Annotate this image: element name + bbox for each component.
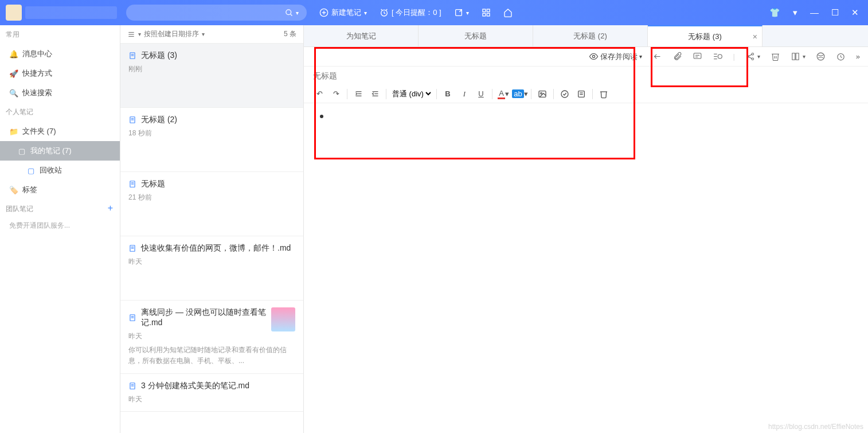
note-list-item[interactable]: 离线同步 — 没网也可以随时查看笔记.md 昨天 你可以利用为知笔记随时随地记录… (120, 301, 303, 374)
avatar[interactable] (6, 5, 22, 21)
home-icon (503, 8, 513, 17)
svg-point-45 (718, 54, 722, 58)
undo-button[interactable]: ↶ (312, 87, 327, 102)
format-toolbar: ↶ ↷ 普通 (div) B I U A▾ ab▾ (304, 85, 868, 103)
underline-button[interactable]: U (474, 87, 488, 102)
encrypt-button[interactable] (816, 52, 826, 61)
highlight-button[interactable]: ab▾ (513, 87, 527, 102)
checklist-button[interactable] (557, 87, 572, 102)
note-title-text: 无标题 (3) (141, 50, 177, 61)
note-title-text: 无标题 (141, 179, 165, 189)
svg-line-8 (381, 9, 382, 10)
screenshot-button[interactable]: ▾ (454, 8, 469, 17)
tag-icon: 🏷️ (9, 186, 18, 194)
outline-button[interactable] (713, 52, 722, 61)
window-controls: 👕 ▾ — ☐ ✕ (769, 7, 859, 18)
reminder-button[interactable] (836, 52, 846, 61)
apps-button[interactable] (482, 8, 491, 17)
note-title-input[interactable] (304, 67, 619, 85)
indent-icon (354, 89, 363, 98)
outdent-button[interactable] (652, 52, 662, 61)
open-team-link[interactable]: 免费开通团队服务... (0, 216, 120, 235)
sidebar-item-recycle[interactable]: ▢ 回收站 (0, 161, 120, 180)
redo-button[interactable]: ↷ (329, 87, 343, 102)
note-toolbar: 保存并阅读 ▾ | ▾ ▾ » (304, 47, 868, 67)
clock-icon (836, 52, 846, 61)
tab[interactable]: 无标题 (2) (533, 25, 648, 46)
comment-button[interactable] (693, 52, 702, 61)
svg-rect-13 (487, 9, 490, 12)
outdent-button[interactable] (367, 87, 382, 102)
note-meta: 21 秒前 (128, 193, 295, 202)
tab-active[interactable]: 无标题 (3)× (648, 25, 763, 46)
svg-line-1 (290, 14, 292, 15)
more-button[interactable]: » (856, 52, 860, 61)
tab[interactable]: 无标题 (419, 25, 533, 46)
document-icon (128, 382, 136, 390)
indent-button[interactable] (351, 87, 366, 102)
sort-dropdown[interactable]: ▾ 按照创建日期排序 ▾ (127, 29, 205, 39)
chevron-down-icon: ▾ (466, 10, 469, 16)
sidebar-item-search[interactable]: 🔍 快速搜索 (0, 83, 120, 103)
book-button[interactable]: ▾ (791, 52, 806, 61)
chevron-down-icon: ▾ (639, 53, 642, 60)
delete-format-button[interactable] (596, 87, 611, 102)
svg-line-54 (840, 57, 842, 57)
svg-rect-15 (487, 13, 490, 16)
sidebar-item-shortcut[interactable]: 🚀 快捷方式 (0, 64, 120, 83)
note-title-text: 无标题 (2) (141, 115, 177, 125)
delete-button[interactable] (771, 52, 780, 61)
save-and-read[interactable]: 保存并阅读 ▾ (589, 52, 642, 62)
search-icon (285, 9, 294, 17)
note-title-text: 快速收集有价值的网页，微博，邮件！.md (141, 243, 291, 253)
sidebar-item-mynotes[interactable]: ▢ 我的笔记 (7) (0, 141, 120, 161)
image-icon (538, 89, 547, 99)
svg-point-51 (817, 53, 824, 60)
image-button[interactable] (535, 87, 550, 102)
svg-point-37 (593, 55, 595, 57)
sidebar-item-tags[interactable]: 🏷️ 标签 (0, 180, 120, 200)
minimize-button[interactable]: — (810, 7, 819, 18)
note-icon (577, 89, 586, 99)
shirt-icon[interactable]: 👕 (769, 7, 780, 18)
sidebar-item-label: 快捷方式 (22, 68, 52, 79)
share-button[interactable]: ▾ (745, 52, 760, 61)
sidebar-group-team: 团队笔记 (0, 200, 39, 216)
italic-button[interactable]: I (457, 87, 472, 102)
svg-point-47 (752, 53, 754, 55)
bold-button[interactable]: B (440, 87, 455, 102)
text-color-button[interactable]: A▾ (496, 87, 511, 102)
note-list-item[interactable]: 无标题 21 秒前 (120, 172, 303, 236)
svg-rect-39 (694, 53, 702, 58)
document-icon (128, 244, 136, 252)
attach-button[interactable] (672, 52, 682, 61)
sidebar-item-label: 消息中心 (22, 49, 52, 59)
close-button[interactable]: ✕ (851, 7, 859, 18)
sidebar-item-folder[interactable]: 📁 文件夹 (7) (0, 122, 120, 141)
note-list-item[interactable]: 快速收集有价值的网页，微博，邮件！.md 昨天 (120, 236, 303, 301)
folder-icon: ▢ (26, 166, 35, 175)
table-button[interactable] (574, 87, 589, 102)
add-team-button[interactable]: + (108, 203, 113, 213)
svg-rect-14 (483, 13, 486, 16)
maximize-button[interactable]: ☐ (831, 7, 839, 18)
app-header: ▾ 新建笔记 ▾ [ 今日提醒：0 ] ▾ 👕 ▾ — ☐ ✕ (0, 0, 868, 25)
note-list-item[interactable]: 无标题 (3) 刚刚 (120, 44, 303, 108)
tab-close-icon[interactable]: × (753, 32, 757, 41)
editor-content[interactable] (304, 103, 868, 433)
outline-icon (713, 52, 722, 61)
sidebar: 常用 🔔 消息中心 🚀 快捷方式 🔍 快速搜索 个人笔记 📁 文件夹 (7) ▢… (0, 25, 120, 433)
note-list-item[interactable]: 无标题 (2) 18 秒前 (120, 108, 303, 172)
paperclip-icon (672, 52, 682, 61)
new-note-button[interactable]: 新建笔记 ▾ (319, 7, 367, 18)
note-list-item[interactable]: 3 分钟创建格式美美的笔记.md 昨天 (120, 374, 303, 412)
filter-icon[interactable]: ▾ (793, 7, 797, 18)
home-button[interactable] (503, 8, 513, 17)
paragraph-select[interactable]: 普通 (div) (390, 89, 433, 99)
sidebar-item-messages[interactable]: 🔔 消息中心 (0, 44, 120, 64)
tab[interactable]: 为知笔记 (304, 25, 419, 46)
today-reminder[interactable]: [ 今日提醒：0 ] (380, 7, 441, 18)
sidebar-item-label: 标签 (22, 185, 37, 195)
search-input[interactable]: ▾ (126, 5, 307, 21)
grid-icon (482, 8, 491, 17)
